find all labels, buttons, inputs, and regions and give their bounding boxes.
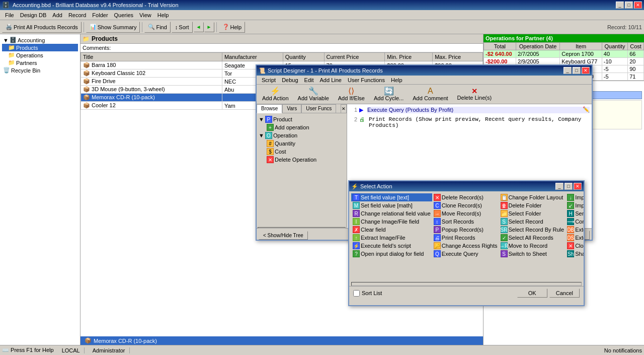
sa-minimize-button[interactable]: _ <box>555 183 564 190</box>
comments-row: Comments: <box>80 44 483 52</box>
minimize-button[interactable]: _ <box>616 2 624 9</box>
sa-maximize-button[interactable]: □ <box>565 183 573 190</box>
col-min-price[interactable]: Min. Price <box>385 53 433 61</box>
maximize-button[interactable]: □ <box>625 2 633 9</box>
tree-expand-op[interactable]: ▼ <box>259 132 264 138</box>
col-title[interactable]: Title <box>81 53 222 61</box>
action-move-to-record[interactable]: →R Move to Record <box>499 242 566 250</box>
action-select-record[interactable]: S Select Record <box>499 218 566 226</box>
add-comment-button[interactable]: A Add Comment <box>409 86 451 103</box>
delete-lines-button[interactable]: ✕ Delete Line(s) <box>454 86 495 102</box>
action-extract-image[interactable]: ↑ Extract Image/File <box>351 234 432 242</box>
sidebar-item-operations[interactable]: 📁 Operations <box>2 51 78 59</box>
select-action-title: ⚡ Select Action _ □ ✕ <box>349 181 584 191</box>
action-close-extern[interactable]: ✕ Close Extern... <box>566 242 584 250</box>
show-summary-button[interactable]: 📊 Show Summary <box>86 22 140 33</box>
close-button[interactable]: ✕ <box>634 2 642 9</box>
col-quantity[interactable]: Quantity <box>283 53 324 61</box>
script-menu-add-line[interactable]: Add Line <box>317 76 345 84</box>
script-close-button[interactable]: ✕ <box>582 67 590 74</box>
action-connect-to-e[interactable]: ⟶ Connect to E... <box>566 218 584 226</box>
add-variable-button[interactable]: 🔧 Add Variable <box>294 86 333 103</box>
sidebar-item-partners[interactable]: 📁 Partners <box>2 59 78 66</box>
action-delete-record[interactable]: ✕ Delete Record(s) <box>432 193 499 201</box>
sort-button[interactable]: ↕️ Sort <box>172 22 193 33</box>
action-popup-record[interactable]: P Popup Record(s) <box>432 226 499 234</box>
menu-record[interactable]: Record <box>65 11 89 19</box>
action-execute-query[interactable]: Q Execute Query <box>432 250 499 258</box>
action-import-from[interactable]: ↓ Import From a... <box>566 193 584 201</box>
action-change-image[interactable]: I Change Image/File field <box>351 218 432 226</box>
sidebar-item-accounting[interactable]: ▼ 🗄️ Accounting <box>2 36 78 44</box>
sidebar-item-products[interactable]: 📁 Products <box>2 44 78 51</box>
action-send-http[interactable]: H Send HTTP R... <box>566 209 584 218</box>
browse-scrollbar[interactable] <box>258 227 346 228</box>
action-external-db-s[interactable]: DS External DB S... <box>566 234 584 242</box>
action-delete-folder[interactable]: 🗑 Delete Folder <box>499 201 566 209</box>
script-menu-edit[interactable]: Edit <box>301 76 317 84</box>
menu-help[interactable]: Help <box>154 11 172 19</box>
action-icon: C <box>434 202 441 209</box>
col-max-price[interactable]: Max. Price <box>433 53 483 61</box>
menu-add[interactable]: Add <box>49 11 65 19</box>
action-print-records[interactable]: 🖨 Print Records <box>432 234 499 242</box>
action-share-database[interactable]: Sh Share databa... <box>566 250 584 258</box>
col-manufacturer[interactable]: Manufacturer <box>222 53 283 61</box>
sa-close-button[interactable]: ✕ <box>574 183 582 190</box>
action-icon: ✗ <box>353 226 360 233</box>
col-current-price[interactable]: Current Price <box>324 53 385 61</box>
script-menu-debug[interactable]: Debug <box>279 76 301 84</box>
menu-folder[interactable]: Folder <box>89 11 111 19</box>
action-select-record-by-rule[interactable]: SR Select Record By Rule <box>499 226 566 234</box>
script-menu-user-functions[interactable]: User Functions <box>345 76 388 84</box>
tab-browse[interactable]: Browse <box>257 104 282 113</box>
menu-view[interactable]: View <box>136 11 154 19</box>
action-move-record[interactable]: → Move Record(s) <box>432 209 499 218</box>
add-action-button[interactable]: ⚡ Add Action <box>259 86 292 103</box>
sa-scrollbar[interactable] <box>351 282 582 286</box>
action-execute-fields-script[interactable]: ⚡ Execute field's script <box>351 242 432 250</box>
nav-prev-button[interactable]: ◄ <box>194 22 204 32</box>
action-select-all-records[interactable]: ✓ Select All Records <box>499 234 566 242</box>
script-maximize-button[interactable]: □ <box>573 67 581 74</box>
add-if-else-button[interactable]: ⟨⟩ Add If/Else <box>335 86 368 103</box>
script-menu-script[interactable]: Script <box>259 76 279 84</box>
find-button[interactable]: 🔍 Find <box>144 22 170 33</box>
add-cycle-button[interactable]: 🔄 Add Cycle... <box>370 86 407 103</box>
sidebar-item-recycle-bin[interactable]: 🗑️ Recycle Bin <box>2 66 78 74</box>
toolbar-separator3 <box>216 22 217 32</box>
sa-cancel-button[interactable]: Cancel <box>549 289 580 298</box>
action-open-input-dialog[interactable]: ? Open input dialog for field <box>351 250 432 258</box>
tab-user-funcs[interactable]: User Funcs <box>301 104 336 113</box>
print-all-button[interactable]: 🖨️ Print All Products Records <box>2 22 82 33</box>
action-change-relational[interactable]: R Change relational field value <box>351 209 432 218</box>
action-clear-field[interactable]: ✗ Clear field <box>351 226 432 234</box>
menu-design-db[interactable]: Design DB <box>17 11 50 19</box>
nav-next-button[interactable]: ► <box>204 22 214 32</box>
action-select-folder[interactable]: 📁 Select Folder <box>499 209 566 218</box>
action-switch-to-sheet[interactable]: S Switch to Sheet <box>499 250 566 258</box>
sort-list-checkbox[interactable] <box>353 290 360 297</box>
action-set-field-math[interactable]: M Set field value [math] <box>351 201 432 209</box>
code-edit-icon[interactable]: ✏️ <box>583 106 590 113</box>
tree-expand-product[interactable]: ▼ <box>259 116 264 122</box>
script-minimize-button[interactable]: _ <box>564 67 572 74</box>
action-import-parse[interactable]: ↙ Import/Parse <box>566 201 584 209</box>
action-change-folder-layout[interactable]: 📋 Change Folder Layout <box>499 193 566 201</box>
menu-file[interactable]: File <box>2 11 17 19</box>
action-set-field-text[interactable]: T Set field value [text] <box>351 193 432 201</box>
help-toolbar-button[interactable]: ❓ Help <box>219 22 246 33</box>
show-hide-tree-button[interactable]: < Show/Hide Tree <box>259 231 308 240</box>
script-menu-help[interactable]: Help <box>388 76 406 84</box>
menu-queries[interactable]: Queries <box>111 11 137 19</box>
tab-vars[interactable]: Vars <box>282 104 301 113</box>
action-sort-records[interactable]: ↕ Sort Records <box>432 218 499 226</box>
ops-row[interactable]: -$2 640.00 2/7/2005 Cepron 1700 40 66 <box>484 50 644 58</box>
sa-ok-button[interactable]: OK <box>517 289 547 298</box>
action-external-db-o[interactable]: DB External DB O... <box>566 226 584 234</box>
action-change-access-rights[interactable]: 🔑 Change Access Rights <box>432 242 499 250</box>
browse-close-button[interactable]: ✕ <box>341 104 347 113</box>
action-icon: I <box>353 218 360 225</box>
action-icon: M <box>353 202 360 209</box>
action-clone-record[interactable]: C Clone Record(s) <box>432 201 499 209</box>
